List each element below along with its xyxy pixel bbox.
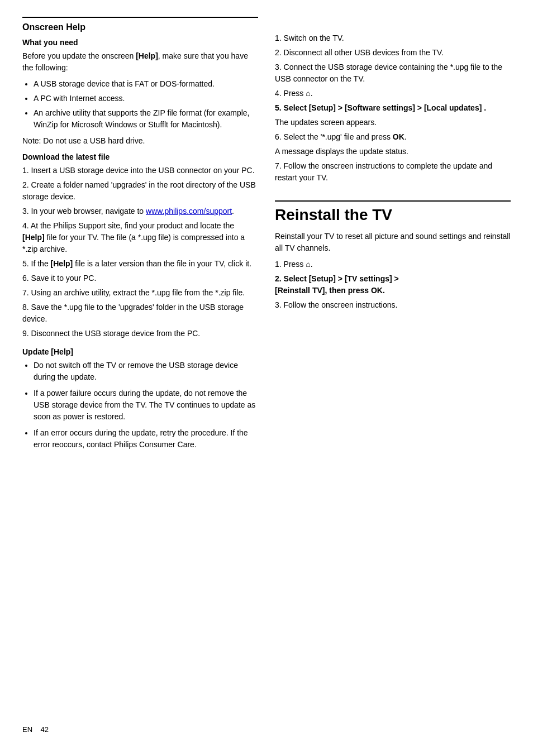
footer-spacer bbox=[32, 725, 40, 734]
list-item-pc: A PC with Internet access. bbox=[34, 93, 258, 104]
update-help-item-1: Do not switch off the TV or remove the U… bbox=[34, 360, 258, 383]
left-column: Onscreen Help What you need Before you u… bbox=[22, 17, 258, 714]
setup-label-2: [Setup] bbox=[309, 274, 336, 283]
download-step-2: 2. Create a folder named 'upgrades' in t… bbox=[22, 179, 258, 203]
page-container: Onscreen Help What you need Before you u… bbox=[0, 0, 533, 756]
help-label-3: [Help] bbox=[51, 259, 73, 268]
tv-settings-label: [TV settings] bbox=[345, 274, 392, 283]
download-step-4: 4. At the Philips Support site, find you… bbox=[22, 220, 258, 255]
section-title-onscreen-help: Onscreen Help bbox=[22, 17, 258, 32]
update-help-label: [Help] bbox=[51, 347, 73, 356]
update-step-r6: 6. Select the '*.upg' file and press OK. bbox=[275, 131, 511, 143]
footer-page-number: 42 bbox=[41, 725, 49, 734]
home-icon-1 bbox=[306, 89, 310, 98]
help-label: [Help] bbox=[136, 51, 158, 60]
reinstall-tv-label: [Reinstall TV] bbox=[275, 286, 325, 295]
ok-label-2: OK bbox=[371, 286, 383, 295]
two-column-layout: Onscreen Help What you need Before you u… bbox=[22, 17, 511, 714]
note-text: Note: Do not use a USB hard drive. bbox=[22, 135, 258, 147]
download-step-6: 6. Save it to your PC. bbox=[22, 272, 258, 284]
subsection-download: Download the latest file 1. Insert a USB… bbox=[22, 152, 258, 339]
subsection-update-help: Update [Help] Do not switch off the TV o… bbox=[22, 347, 258, 451]
what-you-need-list: A USB storage device that is FAT or DOS-… bbox=[34, 78, 258, 131]
update-help-item-2: If a power failure occurs during the upd… bbox=[34, 387, 258, 423]
help-label-2: [Help] bbox=[22, 233, 45, 242]
what-you-need-subtitle: What you need bbox=[22, 38, 258, 47]
download-step-5: 5. If the [Help] file is a later version… bbox=[22, 258, 258, 270]
footer-bar: EN 42 bbox=[22, 714, 511, 734]
reinstall-step-3: 3. Follow the onscreen instructions. bbox=[275, 299, 511, 311]
support-link[interactable]: www.philips.com/support bbox=[146, 207, 232, 216]
update-step-r6-note: A message displays the update status. bbox=[275, 146, 511, 157]
update-step-r1: 1. Switch on the TV. bbox=[275, 32, 511, 44]
update-step-r7: 7. Follow the onscreen instructions to c… bbox=[275, 160, 511, 184]
download-subtitle: Download the latest file bbox=[22, 152, 258, 161]
list-item-archive: An archive utility that supports the ZIP… bbox=[34, 107, 258, 131]
download-step-3: 3. In your web browser, navigate to www.… bbox=[22, 205, 258, 217]
update-help-list: Do not switch off the TV or remove the U… bbox=[34, 360, 258, 451]
home-icon-2 bbox=[306, 260, 310, 269]
reinstall-description: Reinstall your TV to reset all picture a… bbox=[275, 231, 511, 254]
update-steps-section: 1. Switch on the TV. 2. Disconnect all o… bbox=[275, 32, 511, 184]
software-settings-label: [Software settings] bbox=[345, 103, 415, 112]
download-step-9: 9. Disconnect the USB storage device fro… bbox=[22, 328, 258, 339]
reinstall-title: Reinstall the TV bbox=[275, 206, 511, 224]
download-step-1: 1. Insert a USB storage device into the … bbox=[22, 165, 258, 176]
reinstall-step-1: 1. Press . bbox=[275, 259, 511, 270]
update-help-subtitle: Update [Help] bbox=[22, 347, 258, 356]
list-item-usb: A USB storage device that is FAT or DOS-… bbox=[34, 78, 258, 90]
footer-lang: EN bbox=[22, 725, 32, 734]
update-step-r5: 5. Select [Setup] > [Software settings] … bbox=[275, 102, 511, 114]
ok-label-1: OK bbox=[393, 132, 404, 141]
download-step-7: 7. Using an archive utility, extract the… bbox=[22, 287, 258, 299]
reinstall-section: Reinstall the TV Reinstall your TV to re… bbox=[275, 200, 511, 311]
what-you-need-intro: Before you update the onscreen [Help], m… bbox=[22, 50, 258, 74]
right-column: 1. Switch on the TV. 2. Disconnect all o… bbox=[275, 17, 511, 714]
update-step-r2: 2. Disconnect all other USB devices from… bbox=[275, 47, 511, 59]
update-step-r5-note: The updates screen appears. bbox=[275, 117, 511, 128]
subsection-what-you-need: What you need Before you update the onsc… bbox=[22, 38, 258, 147]
section-onscreen-help: Onscreen Help What you need Before you u… bbox=[22, 17, 258, 451]
update-step-r3: 3. Connect the USB storage device contai… bbox=[275, 61, 511, 85]
update-step-r4: 4. Press . bbox=[275, 88, 511, 99]
update-help-item-3: If an error occurs during the update, re… bbox=[34, 427, 258, 451]
reinstall-step-2: 2. Select [Setup] > [TV settings] >[Rein… bbox=[275, 273, 511, 296]
local-updates-label: [Local updates] bbox=[424, 103, 482, 112]
download-step-8: 8. Save the *.upg file to the 'upgrades'… bbox=[22, 302, 258, 325]
setup-label: [Setup] bbox=[309, 103, 336, 112]
